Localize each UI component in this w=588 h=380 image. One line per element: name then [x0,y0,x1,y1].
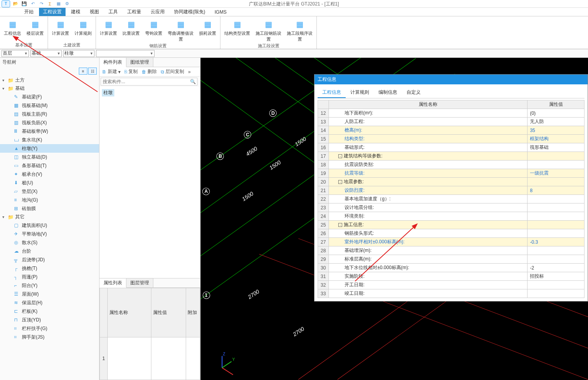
dialog-row[interactable]: 26钢筋接头形式: [318,229,584,238]
prop-value-cell[interactable]: 筏形基础 [528,143,584,152]
prop-value-cell[interactable] [528,255,584,264]
expand-box-icon[interactable]: - [338,154,342,158]
dialog-tab[interactable]: 自定义 [402,87,425,98]
tree-node[interactable]: ⌗栏杆扶手(G) [0,324,99,333]
prop-value-cell[interactable]: -2 [528,264,584,272]
prop-value-cell[interactable]: (0) [528,109,584,118]
menu-item-3[interactable]: 视图 [86,8,103,16]
list-view-icon[interactable]: ≡ [79,68,87,75]
tree-node[interactable]: ⊓压顶(YD) [0,316,99,324]
tree-node[interactable]: ▢建筑面积(U) [0,221,99,230]
dialog-row[interactable]: 29标准层高(m): [318,255,584,264]
prop-value-cell[interactable]: 招投标 [528,272,584,281]
prop-value-cell[interactable] [528,221,584,229]
dialog-row[interactable]: 25-施工信息: [318,221,584,229]
ribbon-button[interactable]: ▦结构类型设置 [224,18,251,36]
prop-value-cell[interactable]: 无人防 [528,118,584,126]
property-list-tab[interactable]: 属性列表 [99,278,126,288]
tree-node[interactable]: ⊞砖胎膜 [0,204,99,213]
tree-group[interactable]: ▾📁基础 [0,84,99,93]
drawing-mgmt-tab[interactable]: 图纸管理 [126,58,153,67]
menu-item-5[interactable]: 工程量 [123,8,145,16]
prop-value-cell[interactable] [528,195,584,203]
dialog-row[interactable]: 30地下水位线相对±0.000标高(m):-2 [318,264,584,272]
copy-button[interactable]: ⎘复制 [124,68,138,75]
expand-box-icon[interactable]: - [338,223,342,227]
ribbon-button[interactable]: ▦楼层设置 [26,18,44,36]
ribbon-button[interactable]: ▦施工段钢筋设置 [255,18,282,42]
prop-value-cell[interactable] [528,246,584,255]
dialog-row[interactable]: 18抗震设防类别: [318,161,584,169]
tree-node[interactable]: ▤筏板主筋(R) [0,110,99,118]
dialog-row[interactable]: 23设计地震分组: [318,203,584,212]
delete-button[interactable]: 🗑删除 [142,68,157,75]
tree-node[interactable]: ☰屋面(W) [0,290,99,298]
dialog-tab[interactable]: 编制信息 [374,87,402,98]
grid-view-icon[interactable]: ☷ [88,68,97,75]
menu-item-7[interactable]: 协同建模(限免) [170,8,209,16]
ribbon-button[interactable]: ▦弯曲调整值设置 [167,18,194,42]
dialog-row[interactable]: 19抗震等级:一级抗震 [318,169,584,178]
more-button[interactable]: » [188,69,191,75]
rect-icon[interactable]: ▦ [55,1,62,7]
dialog-tab[interactable]: 计算规则 [346,87,374,98]
ribbon-button[interactable]: ▦弯钩设置 [144,18,163,36]
menu-item-2[interactable]: 建模 [67,8,84,16]
dialog-row[interactable]: 24环境类别: [318,212,584,221]
tree-node[interactable]: ≋保温层(H) [0,298,99,307]
layer-copy-button[interactable]: ⧉层间复制 [161,68,184,75]
undo-icon[interactable]: ↶ [30,1,36,7]
tree-node[interactable]: ◫独立基础(D) [0,153,99,161]
dialog-row[interactable]: 33竣工日期: [318,289,584,298]
dialog-row[interactable]: 16基础形式:筏形基础 [318,143,584,152]
property-row[interactable]: 1 [100,337,200,380]
tree-node[interactable]: ⌗脚手架(JS) [0,333,99,341]
menu-item-8[interactable]: IGMS [211,9,231,16]
dialog-row[interactable]: 21设防烈度:8 [318,186,584,195]
tree-node[interactable]: ▥筏板负筋(X) [0,118,99,127]
ribbon-button[interactable]: ▦计算设置 [51,18,70,36]
open-icon[interactable]: 📂 [12,1,19,7]
tree-node[interactable]: ◎散水(S) [0,238,99,247]
dialog-row[interactable]: 22基本地震加速度（g）: [318,195,584,203]
expand-box-icon[interactable]: - [338,180,342,184]
dialog-row[interactable]: 17-建筑结构等级参数: [318,152,584,161]
dialog-row[interactable]: 13人防工程:无人防 [318,118,584,126]
tree-node[interactable]: ▦筏板基础(M) [0,101,99,110]
tree-node[interactable]: Ⅲ基础板带(W) [0,127,99,136]
ribbon-button[interactable]: ▦计算规则 [74,18,92,36]
prop-value-cell[interactable]: 框架结构 [528,135,584,143]
empty-select[interactable]: ▼ [96,50,155,57]
category-select[interactable]: 基础▼ [30,50,62,57]
search-input[interactable] [101,78,197,86]
dialog-row[interactable]: 28基础埋深(m): [318,246,584,255]
layer-mgmt-tab[interactable]: 图层管理 [126,278,153,287]
sigma-icon[interactable]: Σ [47,1,53,7]
redo-icon[interactable]: ↷ [38,1,44,7]
tree-node[interactable]: ✦桩承台(V) [0,170,99,178]
prop-value-cell[interactable] [528,161,584,169]
dialog-row[interactable]: 27室外地坪相对±0.000标高(m):-0.3 [318,238,584,246]
prop-value-cell[interactable] [528,281,584,289]
prop-value-cell[interactable]: -0.3 [528,238,584,246]
tree-node[interactable]: ⬇桩(U) [0,178,99,187]
prop-value-cell[interactable]: 8 [528,186,584,195]
dialog-row[interactable]: 32开工日期: [318,281,584,289]
ribbon-button[interactable]: ▦工程信息 [3,18,22,36]
tree-group[interactable]: ▾📁土方 [0,76,99,84]
settings-icon[interactable]: ⚙ [64,1,70,7]
tree-node[interactable]: ⌐阳台(Y) [0,281,99,290]
dialog-row[interactable]: 15结构类型:框架结构 [318,135,584,143]
menu-item-0[interactable]: 开始 [20,8,37,16]
tree-node[interactable]: ✈平整场地(V) [0,230,99,238]
dialog-row[interactable]: 14檐高(m):35 [318,126,584,135]
component-item[interactable]: 柱墩 [102,89,114,96]
ribbon-button[interactable]: ▦施工段顺序设置 [286,18,313,42]
prop-value-cell[interactable] [528,178,584,186]
menu-item-4[interactable]: 工具 [105,8,122,16]
tree-node[interactable]: ┐雨蓬(P) [0,273,99,281]
subcategory-select[interactable]: 柱墩▼ [63,50,94,57]
tree-node[interactable]: ▭条形基础(T) [0,161,99,170]
prop-value-cell[interactable] [528,229,584,238]
dialog-row[interactable]: 31实施阶段:招投标 [318,272,584,281]
